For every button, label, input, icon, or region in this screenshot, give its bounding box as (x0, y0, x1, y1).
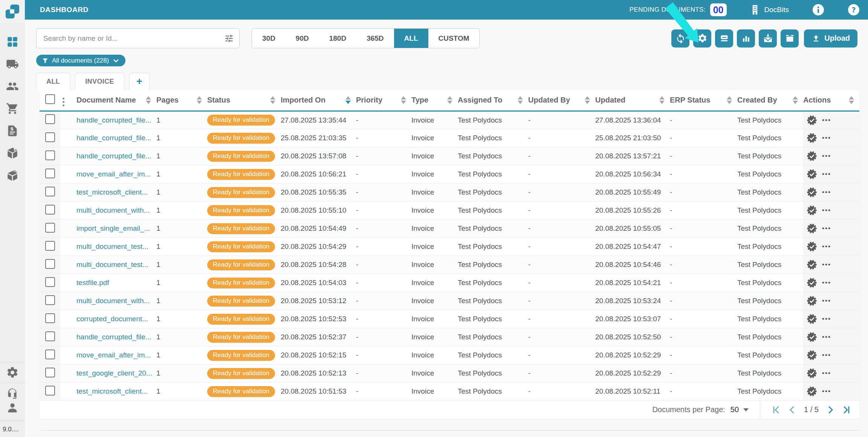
document-name-link[interactable]: move_email_after_im... (76, 170, 151, 178)
more-actions-button[interactable]: ••• (822, 152, 831, 160)
row-checkbox[interactable] (45, 295, 55, 305)
more-actions-button[interactable]: ••• (822, 225, 831, 232)
document-name-link[interactable]: multi_document_with... (76, 297, 150, 305)
sidebar-item-contacts[interactable] (0, 79, 25, 94)
row-checkbox[interactable] (45, 114, 55, 124)
document-name-link[interactable]: multi_document_test... (76, 242, 148, 250)
document-name-link[interactable]: import_single_email_... (76, 224, 150, 232)
validate-action-button[interactable] (806, 259, 818, 270)
document-name-link[interactable]: handle_corrupted_file... (76, 152, 151, 160)
sidebar-item-settings[interactable] (0, 365, 25, 380)
time-range-option[interactable]: CUSTOM (428, 29, 480, 48)
row-checkbox[interactable] (45, 313, 55, 323)
row-checkbox[interactable] (45, 331, 55, 341)
sort-arrows-icon[interactable] (146, 96, 151, 104)
row-checkbox[interactable] (45, 187, 55, 196)
document-name-link[interactable]: test_microsoft_client... (76, 188, 148, 196)
add-tab-button[interactable]: + (129, 73, 150, 90)
more-actions-button[interactable]: ••• (822, 134, 831, 142)
column-header[interactable]: Updated (595, 90, 670, 111)
validate-action-button[interactable] (806, 313, 818, 325)
scanner-button[interactable] (715, 29, 733, 48)
more-actions-button[interactable]: ••• (822, 261, 831, 268)
sort-arrows-icon[interactable] (345, 96, 351, 104)
per-page-dropdown-caret[interactable] (743, 408, 749, 411)
validate-action-button[interactable] (806, 331, 818, 343)
tab-invoice[interactable]: INVOICE (75, 73, 124, 90)
document-name-link[interactable]: test_microsoft_client... (76, 387, 148, 395)
document-name-link[interactable]: handle_corrupted_file... (76, 134, 151, 142)
more-actions-button[interactable]: ••• (822, 297, 831, 305)
column-header[interactable]: Actions (803, 90, 859, 111)
sort-arrows-icon[interactable] (518, 96, 523, 104)
validate-action-button[interactable] (806, 350, 818, 361)
time-range-option[interactable]: 90D (286, 29, 319, 48)
row-checkbox[interactable] (45, 386, 55, 396)
help-button[interactable]: ? (848, 4, 860, 16)
column-header[interactable]: Imported On (281, 90, 356, 111)
document-name-link[interactable]: handle_corrupted_file... (76, 333, 151, 341)
sort-arrows-icon[interactable] (793, 96, 798, 104)
refresh-button[interactable] (671, 29, 689, 48)
row-checkbox[interactable] (45, 259, 55, 269)
document-name-link[interactable]: testfile.pdf (76, 279, 109, 287)
row-checkbox[interactable] (45, 205, 55, 215)
column-header[interactable]: Assigned To (458, 90, 528, 111)
filter-tune-icon[interactable] (224, 34, 234, 43)
more-actions-button[interactable]: ••• (822, 315, 831, 323)
previous-page-button[interactable] (784, 405, 800, 415)
sidebar-item-shipments[interactable] (0, 57, 25, 71)
more-actions-button[interactable]: ••• (822, 370, 831, 377)
column-header[interactable]: Document Name (76, 90, 156, 111)
info-button[interactable] (812, 4, 824, 16)
column-header[interactable]: ERP Status (670, 90, 737, 111)
document-name-link[interactable]: test_google_client_20... (76, 369, 152, 377)
document-name-link[interactable]: move_email_after_im... (76, 351, 151, 359)
documents-filter-dropdown[interactable]: All documents (228) (36, 55, 125, 66)
validate-action-button[interactable] (806, 223, 818, 234)
next-page-button[interactable] (822, 405, 838, 415)
column-header[interactable]: Pages (156, 90, 207, 111)
column-header[interactable]: Status (207, 90, 281, 111)
document-name-link[interactable]: corrupted_document... (76, 315, 148, 323)
more-actions-button[interactable]: ••• (822, 388, 831, 395)
sidebar-item-invoices[interactable]: $ (0, 124, 25, 138)
time-range-option[interactable]: 30D (252, 29, 286, 48)
sort-arrows-icon[interactable] (727, 96, 732, 104)
sort-arrows-icon[interactable] (401, 96, 406, 104)
row-checkbox[interactable] (45, 132, 55, 142)
row-checkbox[interactable] (45, 368, 55, 377)
sort-arrows-icon[interactable] (849, 96, 854, 104)
sort-arrows-icon[interactable] (659, 96, 665, 104)
more-actions-button[interactable]: ••• (822, 279, 831, 287)
select-all-checkbox[interactable] (45, 94, 55, 104)
more-actions-button[interactable]: ••• (822, 351, 831, 359)
sidebar-item-support[interactable] (0, 386, 25, 400)
row-checkbox[interactable] (45, 241, 55, 251)
validate-action-button[interactable] (806, 386, 818, 397)
more-actions-button[interactable]: ••• (822, 170, 831, 178)
sidebar-item-purchase-orders[interactable] (0, 101, 25, 116)
more-actions-button[interactable]: ••• (822, 333, 831, 341)
time-range-option[interactable]: 365D (356, 29, 394, 48)
column-header[interactable]: Priority (356, 90, 411, 111)
last-page-button[interactable] (838, 405, 854, 415)
column-header[interactable]: Updated By (528, 90, 595, 111)
document-name-link[interactable]: handle_corrupted_file... (76, 116, 151, 124)
validate-action-button[interactable] (806, 169, 818, 180)
validate-action-button[interactable] (806, 187, 818, 198)
validate-action-button[interactable] (806, 295, 818, 307)
box-import-button[interactable] (781, 29, 799, 48)
more-actions-button[interactable]: ••• (822, 207, 831, 214)
search-input[interactable] (43, 34, 224, 43)
sidebar-item-packages[interactable] (0, 146, 25, 160)
more-actions-button[interactable]: ••• (822, 117, 831, 124)
upload-button[interactable]: Upload (804, 29, 857, 48)
document-name-link[interactable]: multi_document_test... (76, 261, 148, 268)
sort-arrows-icon[interactable] (585, 96, 590, 104)
validate-action-button[interactable] (806, 150, 818, 162)
row-checkbox[interactable] (45, 277, 55, 287)
sidebar-item-dashboard[interactable] (0, 35, 25, 49)
first-page-button[interactable] (769, 405, 784, 415)
sort-arrows-icon[interactable] (197, 96, 202, 104)
